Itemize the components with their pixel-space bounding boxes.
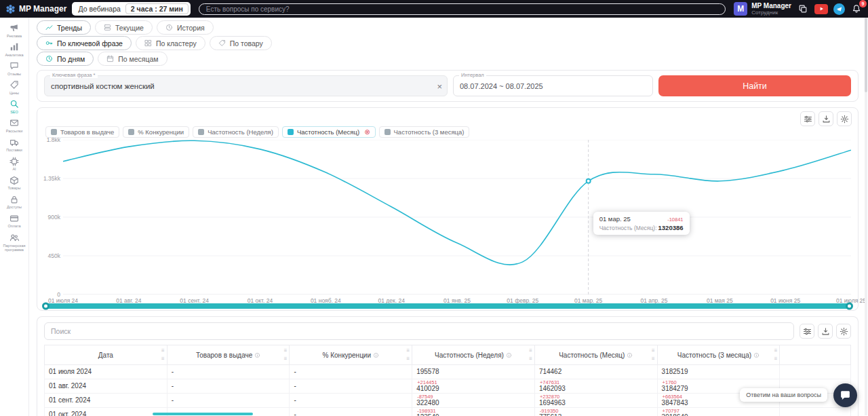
slider-handle-right[interactable] bbox=[846, 303, 853, 310]
display-settings-button[interactable] bbox=[800, 324, 814, 339]
tab-history[interactable]: История bbox=[157, 20, 214, 35]
column-menu-icon[interactable]: ≡ bbox=[652, 348, 655, 354]
column-header[interactable]: Частотность (3 месяца)≡≡ bbox=[657, 345, 780, 365]
clear-keyword-icon[interactable]: × bbox=[437, 81, 442, 90]
sidebar-item-seo[interactable]: SEO bbox=[0, 97, 28, 116]
interval-input[interactable] bbox=[453, 75, 653, 96]
gear-icon bbox=[840, 327, 848, 336]
filter-form: Ключевая фраза * × Интервал Найти bbox=[37, 70, 859, 102]
column-menu-icon[interactable]: ≡ bbox=[406, 348, 410, 354]
legend-item[interactable]: Частотность (Неделя) bbox=[193, 126, 279, 138]
column-menu-icon[interactable]: ≡ bbox=[529, 348, 532, 354]
data-cell: 3182519 bbox=[657, 365, 780, 379]
legend-swatch bbox=[128, 129, 134, 135]
display-settings-button[interactable] bbox=[800, 111, 815, 126]
column-header[interactable]: Товаров в выдаче≡≡ bbox=[167, 345, 290, 365]
tab-by-keyword[interactable]: По ключевой фразе bbox=[37, 36, 132, 50]
info-icon bbox=[506, 352, 512, 358]
tab-by-months[interactable]: По месяцам bbox=[98, 52, 167, 66]
legend-label: Частотность (Месяц) bbox=[297, 128, 359, 136]
column-filter-icon[interactable]: ≡ bbox=[774, 356, 778, 362]
legend-label: Частотность (Неделя) bbox=[208, 128, 273, 136]
column-filter-icon[interactable]: ≡ bbox=[284, 356, 288, 362]
settings-button[interactable] bbox=[837, 111, 852, 126]
info-icon bbox=[254, 352, 260, 358]
table-row[interactable]: 01 июля 2024--1955787144623182519 bbox=[45, 365, 851, 379]
cell-value: - bbox=[294, 383, 408, 390]
keyword-input[interactable] bbox=[44, 75, 448, 96]
cluster-icon bbox=[144, 39, 152, 47]
notifications-button[interactable]: 9 bbox=[850, 3, 863, 15]
cell-value: 01 сент. 2024 bbox=[49, 397, 163, 404]
trend-icon bbox=[45, 24, 53, 31]
column-header[interactable]: Частотность (Неделя)≡≡ bbox=[412, 345, 535, 365]
tab-trends[interactable]: Тренды bbox=[37, 20, 91, 35]
chart-plot[interactable] bbox=[63, 140, 851, 295]
chat-tooltip: Ответим на ваши вопросы bbox=[740, 388, 827, 402]
webinar-banner[interactable]: До вебинара 2 часа : 27 мин bbox=[72, 2, 190, 16]
legend-item[interactable]: % Конкуренции bbox=[123, 126, 189, 138]
date-cell: 01 авг. 2024 bbox=[45, 379, 167, 394]
column-filter-icon[interactable]: ≡ bbox=[406, 356, 410, 362]
tab-by-product[interactable]: По товару bbox=[210, 36, 272, 50]
sidebar-item-label: Доступы bbox=[7, 205, 22, 210]
remove-series-icon[interactable]: ⊗ bbox=[364, 129, 370, 136]
legend-item[interactable]: Товаров в выдаче bbox=[45, 126, 119, 138]
sidebar-item-ai[interactable]: AI bbox=[0, 155, 28, 174]
export-button[interactable] bbox=[818, 111, 833, 126]
search-button[interactable]: Найти bbox=[658, 75, 851, 96]
column-header[interactable]: % Конкуренции≡≡ bbox=[290, 345, 412, 365]
user-menu[interactable]: M MP Manager Сотрудник bbox=[734, 2, 791, 16]
service-question-input[interactable] bbox=[199, 3, 726, 15]
brand[interactable]: MP Manager bbox=[5, 4, 66, 14]
sidebar-item-label: Товары bbox=[8, 186, 21, 191]
column-filter-icon[interactable]: ≡ bbox=[652, 356, 655, 362]
megaphone-icon bbox=[9, 23, 19, 33]
data-cell: - bbox=[167, 365, 290, 379]
copy-button[interactable] bbox=[797, 3, 809, 15]
column-menu-icon[interactable]: ≡ bbox=[161, 348, 165, 354]
slider-handle-left[interactable] bbox=[42, 303, 50, 310]
tab-by-cluster[interactable]: По кластеру bbox=[136, 36, 205, 50]
table-search-input[interactable] bbox=[44, 322, 794, 340]
sidebar-item-products[interactable]: Товары bbox=[0, 174, 28, 193]
sidebar-item-prices[interactable]: Цены bbox=[0, 78, 28, 97]
avatar[interactable]: M bbox=[734, 2, 747, 16]
sidebar-item-access[interactable]: Доступы bbox=[0, 193, 28, 212]
chart-range-slider[interactable] bbox=[43, 303, 852, 309]
vertical-scrollbar-thumb[interactable] bbox=[865, 18, 867, 92]
chat-launcher-button[interactable] bbox=[833, 383, 857, 407]
brand-name: MP Manager bbox=[19, 4, 66, 14]
telegram-button[interactable] bbox=[833, 3, 845, 15]
cell-value: - bbox=[294, 368, 408, 375]
column-filter-icon[interactable]: ≡ bbox=[529, 356, 532, 362]
column-header[interactable]: Дата≡≡ bbox=[45, 345, 167, 365]
legend-swatch bbox=[51, 129, 57, 135]
export-button[interactable] bbox=[818, 324, 833, 339]
tab-by-days[interactable]: По дням bbox=[37, 52, 94, 66]
interval-label: Интервал bbox=[459, 73, 486, 78]
sidebar-item-supplies[interactable]: Поставки bbox=[0, 136, 28, 155]
column-header[interactable]: Частотность (Месяц)≡≡ bbox=[534, 345, 657, 365]
column-menu-icon[interactable]: ≡ bbox=[284, 348, 288, 354]
youtube-button[interactable] bbox=[814, 4, 828, 14]
table-row[interactable]: 01 авг. 2024--+214451410029+747631146209… bbox=[45, 379, 851, 394]
legend-item[interactable]: Частотность (3 месяца) bbox=[379, 126, 470, 138]
sidebar-item-analytics[interactable]: Аналитика bbox=[0, 40, 28, 59]
sidebar-item-payment[interactable]: Оплата bbox=[0, 212, 28, 231]
column-filter-icon[interactable]: ≡ bbox=[161, 356, 165, 362]
sidebar-item-reviews[interactable]: Отзывы bbox=[0, 59, 28, 78]
sidebar-item-mailings[interactable]: Рассылки bbox=[0, 116, 28, 135]
sidebar-item-ads[interactable]: Реклама bbox=[0, 21, 28, 40]
column-menu-icon[interactable]: ≡ bbox=[774, 348, 778, 354]
horizontal-scrollbar-thumb[interactable] bbox=[153, 413, 253, 415]
table-row[interactable]: 01 сент. 2024---87549322480+232870169496… bbox=[45, 394, 851, 408]
sidebar-item-label: Поставки bbox=[6, 148, 22, 153]
sidebar-item-label: Отзывы bbox=[7, 72, 21, 77]
date-cell: 01 июля 2024 bbox=[45, 365, 167, 379]
vertical-scrollbar[interactable] bbox=[865, 18, 867, 415]
sidebar-item-partners[interactable]: Партнерская программа bbox=[0, 231, 28, 254]
tab-current[interactable]: Текущие bbox=[95, 20, 153, 35]
settings-button[interactable] bbox=[836, 324, 851, 339]
legend-item[interactable]: Частотность (Месяц)⊗ bbox=[282, 126, 376, 138]
